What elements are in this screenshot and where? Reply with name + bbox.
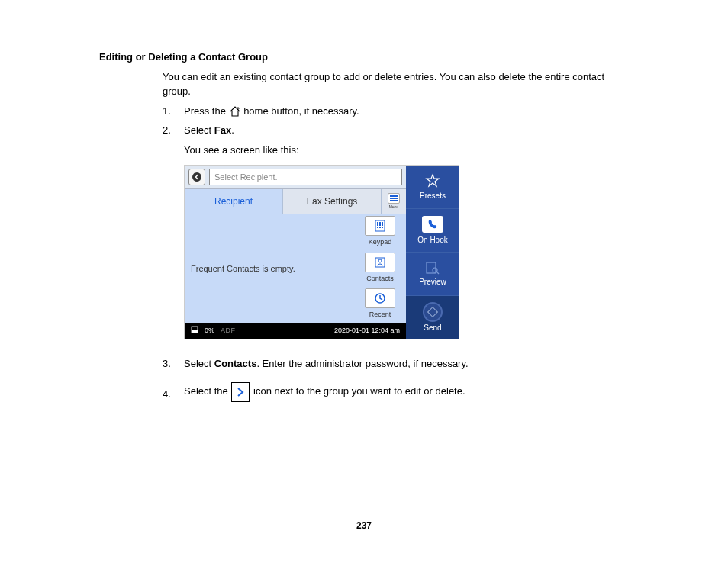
contacts-bold: Contacts <box>214 358 257 369</box>
svg-point-13 <box>378 259 382 262</box>
frequent-contacts-area: Frequent Contacts is empty. <box>185 214 354 323</box>
svg-rect-4 <box>379 222 381 224</box>
step-4: 4. Select the icon next to the group you… <box>163 382 629 402</box>
step-text: Select the <box>184 385 230 397</box>
recent-label: Recent <box>369 310 391 320</box>
tab-recipient[interactable]: Recipient <box>185 189 283 214</box>
step-text-c: . <box>231 124 234 136</box>
step-number: 3. <box>163 356 171 372</box>
preview-label: Preview <box>419 276 446 288</box>
contacts-button[interactable]: Contacts <box>354 251 406 288</box>
step-1: 1. Press the home button, if necessary. <box>163 104 629 119</box>
contacts-icon <box>365 253 395 272</box>
chevron-right-icon <box>231 382 250 402</box>
ink-icon <box>191 326 198 337</box>
svg-rect-5 <box>382 222 383 224</box>
menu-label: Menu <box>389 204 399 211</box>
keypad-button[interactable]: Keypad <box>354 214 406 251</box>
svg-rect-8 <box>382 224 383 226</box>
adf-status: ADF <box>221 326 236 336</box>
svg-rect-7 <box>379 224 381 226</box>
step-text-b: icon next to the group you want to edit … <box>250 385 465 397</box>
datetime: 2020-01-01 12:04 am <box>334 326 400 336</box>
step-text: Select <box>184 358 214 369</box>
svg-rect-10 <box>379 227 381 228</box>
arrow-left-icon <box>192 172 202 182</box>
svg-rect-9 <box>377 227 378 228</box>
send-icon <box>423 302 443 322</box>
send-label: Send <box>424 322 441 333</box>
svg-rect-6 <box>377 224 378 226</box>
step-3: 3. Select Contacts. Enter the administra… <box>163 356 629 372</box>
contacts-label: Contacts <box>366 274 394 285</box>
svg-rect-3 <box>377 222 378 224</box>
svg-rect-16 <box>192 330 198 333</box>
svg-line-19 <box>436 272 439 274</box>
menu-button[interactable]: Menu <box>382 189 406 214</box>
step-number: 4. <box>163 387 171 402</box>
page-number: 237 <box>0 519 728 532</box>
on-hook-button[interactable]: On Hook <box>406 209 459 253</box>
svg-point-1 <box>192 172 201 182</box>
fax-bold: Fax <box>214 124 231 136</box>
svg-rect-11 <box>382 227 383 228</box>
step-number: 2. <box>163 123 171 138</box>
step-subtext: You see a screen like this: <box>184 143 629 158</box>
preview-icon <box>425 261 440 275</box>
keypad-icon <box>365 216 395 236</box>
keypad-label: Keypad <box>369 237 392 248</box>
menu-icon <box>388 193 400 204</box>
back-button[interactable] <box>188 169 205 185</box>
home-icon <box>229 106 241 117</box>
embedded-screenshot: Select Recipient. Recipient Fax Settings… <box>184 165 629 339</box>
step-text: Press the <box>184 105 229 117</box>
recent-button[interactable]: Recent <box>354 287 406 323</box>
step-text-b: home button, if necessary. <box>241 105 359 117</box>
intro-text: You can edit an existing contact group t… <box>163 69 629 99</box>
recent-icon <box>365 288 395 308</box>
svg-point-0 <box>237 108 238 109</box>
send-button[interactable]: Send <box>406 296 459 339</box>
preview-button[interactable]: Preview <box>406 253 459 296</box>
ink-level: 0% <box>205 326 214 336</box>
recipient-input[interactable]: Select Recipient. <box>209 169 402 185</box>
presets-button[interactable]: Presets <box>406 166 459 209</box>
step-text: Select <box>184 124 214 136</box>
section-heading: Editing or Deleting a Contact Group <box>99 50 629 65</box>
star-icon <box>425 173 440 188</box>
step-text-c: . Enter the administrator password, if n… <box>256 358 468 369</box>
tab-fax-settings[interactable]: Fax Settings <box>283 189 382 214</box>
status-bar: 0% ADF 2020-01-01 12:04 am <box>185 323 406 339</box>
presets-label: Presets <box>420 190 446 201</box>
step-number: 1. <box>163 104 171 119</box>
step-2: 2. Select Fax. You see a screen like thi… <box>163 123 629 157</box>
phone-icon <box>422 216 443 233</box>
on-hook-label: On Hook <box>417 234 447 246</box>
